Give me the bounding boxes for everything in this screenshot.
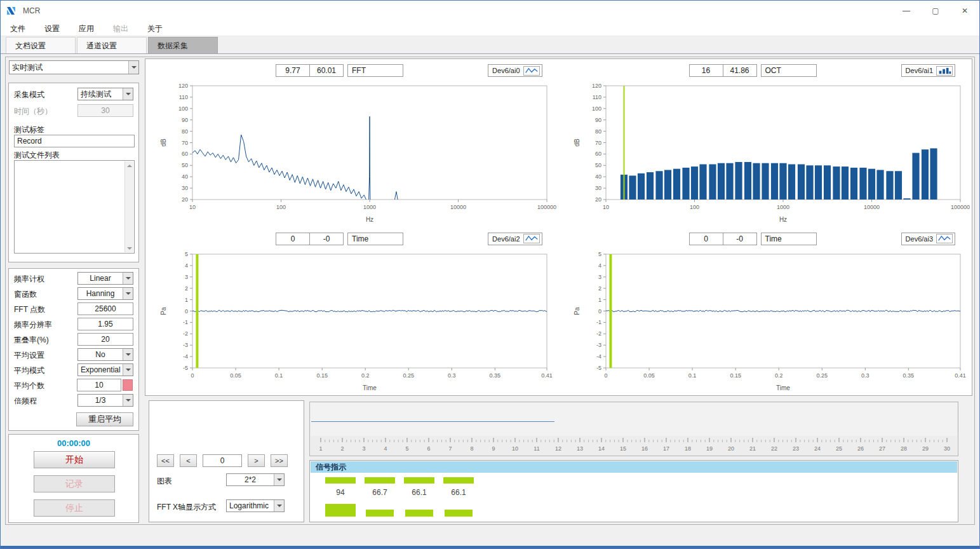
- avg-mode-select[interactable]: Exponential: [77, 363, 133, 376]
- scroll-down-icon[interactable]: [125, 244, 133, 252]
- tab-data-acquisition[interactable]: 数据采集: [148, 37, 218, 53]
- cursor-readout: 16 41.86: [689, 64, 757, 77]
- channel-legend[interactable]: Dev6/ai3: [901, 233, 955, 245]
- octave-select[interactable]: 1/3: [77, 394, 133, 407]
- maximize-button[interactable]: ▢: [921, 1, 950, 21]
- avg-setting-select[interactable]: No: [77, 348, 133, 361]
- svg-text:2: 2: [340, 445, 344, 452]
- svg-text:25: 25: [836, 445, 842, 452]
- line-plot-icon: [936, 234, 953, 243]
- freq-weighting-select[interactable]: Linear: [77, 272, 133, 285]
- svg-text:9: 9: [492, 445, 495, 452]
- svg-text:90: 90: [182, 117, 188, 123]
- level-bar: [443, 477, 474, 484]
- level-bar: [365, 477, 395, 484]
- run-controls-group: 00:00:00 开始 记录 停止: [8, 434, 139, 523]
- page-number-input[interactable]: 0: [203, 454, 242, 467]
- channel-legend[interactable]: Dev6/ai2: [488, 233, 542, 245]
- chart-layout-select[interactable]: 2*2: [226, 473, 285, 486]
- window-func-select[interactable]: Hanning: [77, 287, 133, 300]
- time-plot-ai3[interactable]: -5-4-3-2-101234500.050.10.150.20.250.30.…: [561, 250, 968, 393]
- cursor-x-value: 0: [276, 233, 310, 245]
- signal-meter: 94: [325, 477, 356, 497]
- avg-setting-value: No: [78, 350, 123, 359]
- avg-count-warning-flag: [123, 379, 133, 391]
- start-button[interactable]: 开始: [34, 451, 115, 468]
- freq-weighting-label: 频率计权: [14, 274, 44, 285]
- svg-text:28: 28: [901, 445, 907, 452]
- svg-text:4: 4: [598, 262, 601, 268]
- menu-settings[interactable]: 设置: [35, 21, 69, 36]
- overlap-input[interactable]: 20: [77, 333, 133, 346]
- svg-text:Time: Time: [776, 384, 790, 391]
- svg-text:6: 6: [427, 445, 430, 452]
- signal-meters-row: 94 66.7 66.1 66.1: [325, 477, 474, 497]
- svg-text:27: 27: [879, 445, 885, 452]
- svg-text:17: 17: [663, 445, 669, 452]
- fft-xaxis-select[interactable]: Logarithmic: [226, 499, 285, 512]
- level-bar: [325, 504, 356, 517]
- menu-about[interactable]: 关于: [138, 21, 172, 36]
- test-mode-select[interactable]: 实时测试: [9, 60, 139, 74]
- next-page-button[interactable]: >: [248, 454, 265, 467]
- tab-channel-settings[interactable]: 通道设置: [77, 37, 147, 53]
- svg-text:16: 16: [641, 445, 648, 452]
- scroll-up-icon[interactable]: [125, 161, 133, 170]
- last-page-button[interactable]: >>: [271, 454, 288, 467]
- oct-plot[interactable]: 2030405060708090100110120101001000100001…: [561, 82, 968, 225]
- svg-text:10: 10: [602, 204, 608, 210]
- minimize-button[interactable]: —: [892, 1, 921, 21]
- svg-text:100: 100: [276, 204, 286, 210]
- svg-text:80: 80: [182, 128, 188, 135]
- svg-text:1: 1: [319, 445, 322, 452]
- channel-legend[interactable]: Dev6/ai1: [901, 64, 955, 77]
- svg-text:10000: 10000: [450, 204, 466, 210]
- fft-plot[interactable]: 2030405060708090100110120101001000100001…: [148, 82, 554, 225]
- level-bar: [366, 510, 394, 517]
- acq-mode-select[interactable]: 持续测试: [77, 88, 133, 100]
- svg-text:21: 21: [749, 445, 756, 452]
- time-plot-ai2[interactable]: -5-4-3-2-101234500.050.10.150.20.250.30.…: [148, 250, 554, 393]
- svg-text:0.25: 0.25: [816, 372, 828, 379]
- svg-text:0.3: 0.3: [861, 372, 869, 379]
- cursor-y-value: -0: [309, 233, 344, 245]
- channel-name: Dev6/ai2: [492, 235, 520, 243]
- test-tag-input[interactable]: Record: [14, 135, 135, 147]
- acquisition-group: 采集模式 持续测试 时间（秒） 30 测试标签 Record 测试文件列表: [8, 83, 139, 262]
- close-button[interactable]: ✕: [950, 1, 979, 21]
- level-bar: [325, 477, 356, 484]
- svg-text:4: 4: [384, 445, 387, 452]
- avg-count-input[interactable]: 10: [77, 379, 121, 391]
- fft-points-input[interactable]: 25600: [77, 302, 133, 315]
- test-mode-value: 实时测试: [10, 62, 128, 73]
- channel-legend[interactable]: Dev6/ai0: [488, 64, 542, 77]
- svg-text:3: 3: [362, 445, 365, 452]
- chart-type-box: FFT: [347, 64, 403, 77]
- svg-text:0.05: 0.05: [230, 372, 241, 379]
- svg-text:1: 1: [185, 296, 188, 302]
- svg-text:30: 30: [182, 185, 188, 191]
- signal-meter: [443, 510, 474, 517]
- test-file-listbox[interactable]: [14, 160, 135, 254]
- svg-text:2: 2: [185, 285, 188, 291]
- svg-text:60: 60: [182, 151, 188, 157]
- svg-text:0.15: 0.15: [316, 372, 328, 379]
- svg-text:0: 0: [185, 308, 188, 314]
- level-value: 66.1: [404, 488, 434, 497]
- listbox-scrollbar[interactable]: [124, 161, 133, 252]
- svg-text:Pa: Pa: [574, 306, 581, 315]
- svg-text:0.15: 0.15: [730, 372, 741, 379]
- level-bar: [445, 510, 473, 517]
- freq-resolution-input[interactable]: 1.95: [77, 318, 133, 330]
- chevron-down-icon: [123, 349, 133, 360]
- svg-text:0.35: 0.35: [903, 372, 914, 379]
- level-bar: [404, 477, 434, 484]
- record-timeline[interactable]: 1234567891011121314151617181920212223242…: [309, 402, 958, 456]
- restart-average-button[interactable]: 重启平均: [76, 412, 133, 426]
- signal-meters-row2: [325, 504, 474, 517]
- prev-page-button[interactable]: <: [180, 454, 197, 467]
- menu-file[interactable]: 文件: [1, 21, 35, 36]
- tab-document-settings[interactable]: 文档设置: [6, 37, 76, 53]
- first-page-button[interactable]: <<: [157, 454, 174, 467]
- menu-application[interactable]: 应用: [69, 21, 104, 36]
